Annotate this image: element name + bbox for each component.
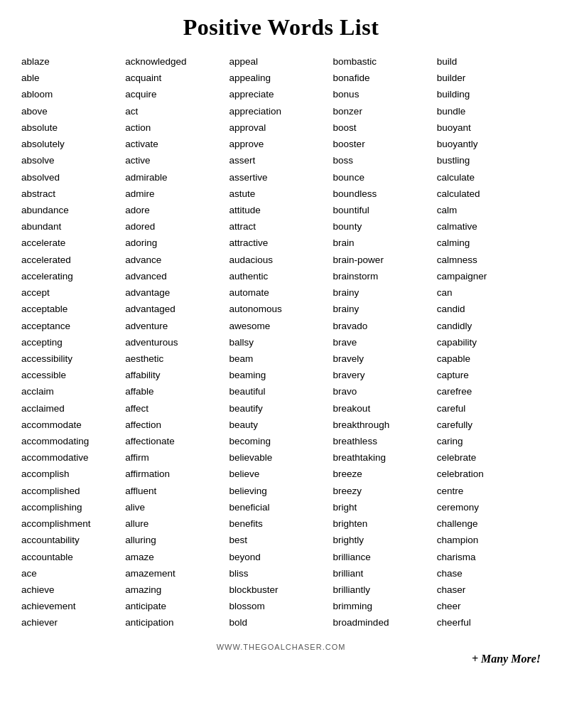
word-item: able xyxy=(21,70,125,86)
word-item: adoring xyxy=(125,235,229,251)
word-item: calmative xyxy=(437,218,541,235)
word-item: accommodating xyxy=(21,433,125,449)
word-item: above xyxy=(21,103,125,119)
word-item: achievement xyxy=(21,598,125,614)
word-item: bundle xyxy=(437,103,541,119)
word-item: aesthetic xyxy=(125,350,229,367)
word-item: automate xyxy=(229,284,333,301)
word-item: breathtaking xyxy=(333,449,437,466)
word-item: bounce xyxy=(333,169,437,186)
word-item: achiever xyxy=(21,614,125,631)
word-item: breakthrough xyxy=(333,417,437,433)
word-item: beneficial xyxy=(229,499,333,515)
many-more-label: + Many More! xyxy=(21,653,541,665)
word-item: candidly xyxy=(437,318,541,334)
word-item: astute xyxy=(229,186,333,202)
word-item: brainy xyxy=(333,284,437,301)
word-item: abundance xyxy=(21,202,125,218)
word-item: amazing xyxy=(125,582,229,598)
word-item: calming xyxy=(437,235,541,251)
word-item: accelerating xyxy=(21,268,125,284)
word-item: benefits xyxy=(229,515,333,532)
word-item: bravely xyxy=(333,350,437,367)
word-item: breakout xyxy=(333,400,437,417)
word-item: booster xyxy=(333,136,437,152)
word-item: bravery xyxy=(333,367,437,383)
word-item: chaser xyxy=(437,582,541,598)
word-item: affirmation xyxy=(125,466,229,482)
word-item: believable xyxy=(229,449,333,466)
word-item: calculate xyxy=(437,169,541,186)
word-item: building xyxy=(437,86,541,102)
word-item: advantaged xyxy=(125,301,229,317)
word-item: boost xyxy=(333,119,437,136)
word-item: brilliantly xyxy=(333,582,437,598)
word-item: affability xyxy=(125,367,229,383)
word-item: adventurous xyxy=(125,334,229,350)
word-item: capability xyxy=(437,334,541,350)
word-item: charisma xyxy=(437,549,541,565)
word-item: chase xyxy=(437,565,541,582)
word-item: brave xyxy=(333,334,437,350)
word-grid: ablazeableabloomaboveabsoluteabsolutelya… xyxy=(21,53,541,631)
word-item: celebrate xyxy=(437,449,541,466)
word-item: breathless xyxy=(333,433,437,449)
word-item: builder xyxy=(437,70,541,86)
word-item: affect xyxy=(125,400,229,417)
word-item: abstract xyxy=(21,186,125,202)
word-item: accelerate xyxy=(21,235,125,251)
word-item: admire xyxy=(125,186,229,202)
word-item: calm xyxy=(437,202,541,218)
word-item: accomplish xyxy=(21,466,125,482)
word-item: accessible xyxy=(21,367,125,383)
word-item: brilliance xyxy=(333,549,437,565)
word-item: authentic xyxy=(229,268,333,284)
word-item: calmness xyxy=(437,252,541,268)
word-item: alive xyxy=(125,499,229,515)
word-item: alluring xyxy=(125,532,229,548)
word-item: accomplished xyxy=(21,483,125,499)
word-item: caring xyxy=(437,433,541,449)
word-item: celebration xyxy=(437,466,541,482)
word-item: anticipate xyxy=(125,598,229,614)
word-item: acclaim xyxy=(21,383,125,400)
word-item: capture xyxy=(437,367,541,383)
word-item: boundless xyxy=(333,186,437,202)
word-item: accountability xyxy=(21,532,125,548)
word-item: advantage xyxy=(125,284,229,301)
word-item: amaze xyxy=(125,549,229,565)
word-item: calculated xyxy=(437,186,541,202)
word-item: acquaint xyxy=(125,70,229,86)
word-item: carefully xyxy=(437,417,541,433)
word-item: cheerful xyxy=(437,614,541,631)
word-item: amazement xyxy=(125,565,229,582)
word-item: beautiful xyxy=(229,383,333,400)
word-item: audacious xyxy=(229,252,333,268)
word-item: accept xyxy=(21,284,125,301)
word-item: accountable xyxy=(21,549,125,565)
word-item: advanced xyxy=(125,268,229,284)
word-item: affection xyxy=(125,417,229,433)
word-item: breeze xyxy=(333,466,437,482)
word-item: affirm xyxy=(125,449,229,466)
word-item: becoming xyxy=(229,433,333,449)
word-item: appreciate xyxy=(229,86,333,102)
word-item: beauty xyxy=(229,417,333,433)
word-item: broadminded xyxy=(333,614,437,631)
word-item: beam xyxy=(229,350,333,367)
word-item: attract xyxy=(229,218,333,235)
word-item: bombastic xyxy=(333,53,437,70)
word-item: bustling xyxy=(437,152,541,168)
word-item: candid xyxy=(437,301,541,317)
word-item: beautify xyxy=(229,400,333,417)
word-item: brain xyxy=(333,235,437,251)
word-item: beaming xyxy=(229,367,333,383)
word-item: brainy xyxy=(333,301,437,317)
word-item: bonus xyxy=(333,86,437,102)
word-item: brimming xyxy=(333,598,437,614)
word-item: assertive xyxy=(229,169,333,186)
word-item: campaigner xyxy=(437,268,541,284)
word-item: brightly xyxy=(333,532,437,548)
word-item: acceptable xyxy=(21,301,125,317)
word-item: challenge xyxy=(437,515,541,532)
